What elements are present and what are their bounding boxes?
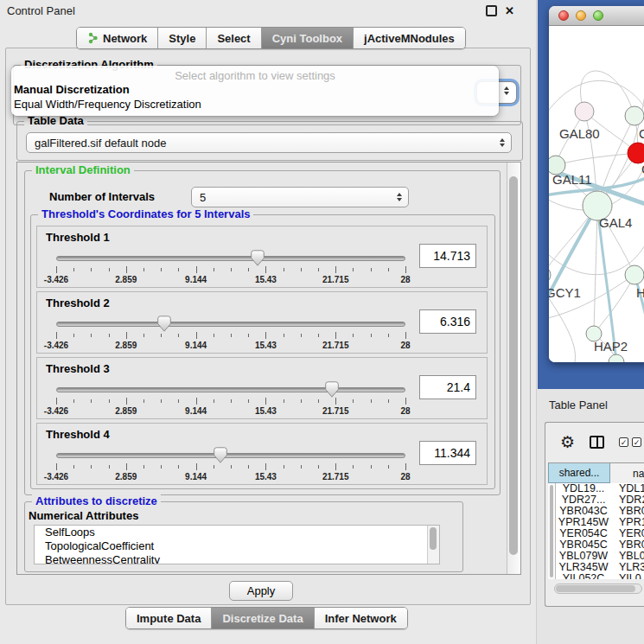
table-row[interactable]: YIL052C YIL0 — [556, 573, 644, 579]
scrollbar-thumb[interactable] — [430, 527, 437, 550]
tab-cyni-toolbox[interactable]: Cyni Toolbox — [261, 28, 353, 48]
close-icon[interactable]: ✕ — [505, 6, 514, 16]
tab-impute-data[interactable]: Impute Data — [126, 608, 211, 628]
table-horizontal-scrollbar — [554, 583, 642, 594]
slider-scale-labels: -3.4262.8599.14415.4321.71528 — [56, 472, 405, 482]
zoom-window-icon[interactable] — [593, 10, 603, 21]
tab-label: Infer Network — [325, 612, 397, 625]
rows-body: YDL19... YDL1 YDR27... YDR2 YBR043C YBR0… — [556, 483, 644, 579]
list-item[interactable]: BetweennessCentrality — [35, 553, 439, 564]
popup-option-equal-width[interactable]: Equal Width/Frequency Discretization — [11, 97, 499, 112]
app-root: Control Panel ✕ Network Style Select Cyn… — [0, 0, 644, 644]
combobox-value: 5 — [200, 191, 206, 204]
network-node[interactable] — [575, 102, 594, 121]
network-node-selected[interactable] — [628, 143, 644, 163]
columns-icon[interactable] — [590, 436, 604, 449]
column-header-shared-name[interactable]: shared... — [548, 463, 610, 483]
network-view-background: GAL80 GAL11 GAL4 GCY1 HAP2 H GA C — [538, 0, 644, 389]
table-header: shared... na — [548, 462, 644, 484]
settings-vertical-scrollbar — [507, 163, 520, 574]
checkbox-checked-icon[interactable] — [619, 437, 628, 447]
node-label: GCY1 — [549, 285, 581, 300]
float-panel-icon[interactable] — [486, 5, 497, 16]
network-node[interactable] — [625, 106, 644, 125]
tab-label: Network — [103, 32, 147, 45]
list-item[interactable]: SelfLoops — [35, 526, 439, 539]
cell-shared-name: YIL052C — [556, 573, 611, 579]
slider-track[interactable] — [56, 453, 405, 458]
threshold-value-field[interactable] — [419, 441, 476, 465]
tab-network[interactable]: Network — [77, 28, 157, 48]
table-toolbar: ⚙ — [545, 423, 644, 461]
right-pane: GAL80 GAL11 GAL4 GCY1 HAP2 H GA C Table … — [536, 0, 644, 644]
close-window-icon[interactable] — [558, 10, 569, 21]
algorithm-dropdown-popup: Select algorithm to view settings Manual… — [11, 66, 499, 116]
threshold-slider: -3.4262.8599.14415.4321.71528 — [56, 252, 405, 287]
group-title: Attributes to discretize — [32, 494, 161, 507]
popup-hint: Select algorithm to view settings — [11, 69, 499, 82]
tab-label: Impute Data — [137, 612, 201, 625]
network-graph: GAL80 GAL11 GAL4 GCY1 HAP2 H GA C — [549, 26, 644, 362]
tab-label: Select — [217, 32, 250, 45]
cell-name: YIL0 — [611, 573, 641, 579]
list-item[interactable]: TopologicalCoefficient — [35, 539, 439, 553]
threshold-value-field[interactable] — [419, 375, 476, 399]
attr-items: SelfLoopsTopologicalCoefficientBetweenne… — [35, 526, 439, 564]
threshold-value-field[interactable] — [419, 309, 476, 334]
column-header-name[interactable]: na — [610, 463, 644, 483]
network-node[interactable] — [625, 265, 644, 284]
panel-title: Control Panel — [7, 4, 75, 17]
slider-ticks — [56, 266, 405, 274]
slider-thumb[interactable] — [157, 316, 171, 332]
tab-infer-network[interactable]: Infer Network — [314, 608, 407, 628]
gear-icon[interactable]: ⚙ — [560, 434, 575, 450]
node-label: HAP2 — [594, 339, 628, 354]
slider-track[interactable] — [56, 387, 405, 392]
checkbox-checked-icon[interactable] — [632, 437, 641, 447]
slider-track[interactable] — [56, 322, 405, 327]
network-node[interactable] — [609, 354, 624, 362]
bottom-tab-bar: Impute Data Discretize Data Infer Networ… — [125, 607, 408, 629]
slider-thumb[interactable] — [325, 381, 339, 398]
scrollbar-thumb[interactable] — [509, 176, 518, 555]
threshold-label: Threshold 1 — [46, 231, 110, 244]
table-panel-title: Table Panel — [537, 394, 644, 415]
tab-style[interactable]: Style — [157, 28, 206, 48]
group-title: Interval Definition — [32, 163, 134, 176]
apply-button[interactable]: Apply — [229, 581, 293, 601]
network-window: GAL80 GAL11 GAL4 GCY1 HAP2 H GA C — [549, 6, 644, 362]
settings-scrollpane: Interval Definition Number of Intervals … — [16, 162, 521, 575]
slider-ticks — [56, 332, 405, 340]
network-canvas[interactable]: GAL80 GAL11 GAL4 GCY1 HAP2 H GA C — [549, 26, 644, 362]
threshold-slider: -3.4262.8599.14415.4321.71528 — [56, 450, 405, 484]
network-edge[interactable] — [594, 275, 634, 334]
combo-arrows-icon — [397, 193, 402, 201]
popup-option-manual[interactable]: Manual Discretization — [11, 82, 499, 97]
row-scrollbar[interactable] — [548, 483, 556, 579]
minimize-window-icon[interactable] — [576, 10, 586, 21]
table-rows: YDL19... YDL1 YDR27... YDR2 YBR043C YBR0… — [548, 483, 644, 579]
num-intervals-combobox[interactable]: 5 — [191, 187, 409, 207]
table-data-group: Table Data galFiltered.sif default node — [16, 121, 523, 161]
tab-jactivemnodules[interactable]: jActiveMNodules — [353, 28, 465, 48]
table-panel: ⚙ shared... na YDL19... YDL1 YDR27... YD… — [545, 422, 644, 607]
threshold-panel: Threshold 1 -3.4262.8599.14415.4321.7152… — [36, 226, 488, 288]
tab-discretize-data[interactable]: Discretize Data — [211, 608, 313, 628]
tab-label: Style — [169, 32, 195, 45]
table-data-combobox[interactable]: galFiltered.sif default node — [26, 132, 512, 153]
slider-thumb[interactable] — [214, 447, 227, 463]
scrollbar-thumb[interactable] — [556, 585, 635, 592]
combo-arrows-icon — [500, 138, 505, 147]
tab-select[interactable]: Select — [206, 28, 260, 48]
threshold-panel: Threshold 4 -3.4262.8599.14415.4321.7152… — [36, 423, 488, 485]
slider-ticks — [56, 463, 405, 471]
slider-thumb[interactable] — [251, 250, 265, 266]
network-icon — [87, 32, 99, 44]
network-edge[interactable] — [594, 206, 597, 334]
slider-track[interactable] — [56, 256, 405, 261]
threshold-value-field[interactable] — [419, 244, 476, 268]
node-label: H — [636, 285, 644, 300]
top-tab-bar: Network Style Select Cyni Toolbox jActiv… — [76, 27, 466, 49]
network-node[interactable] — [549, 266, 551, 284]
network-window-titlebar — [549, 6, 644, 26]
